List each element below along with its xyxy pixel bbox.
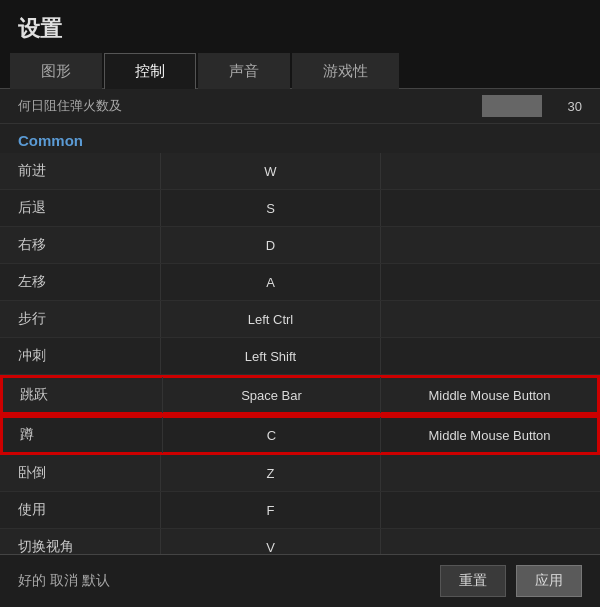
key-slot-primary[interactable]: S: [160, 190, 380, 226]
content-area: 何日阻住弹火数及 30 Common 前进W后退S右移D左移A步行Left Ct…: [0, 89, 600, 554]
tab-controls[interactable]: 控制: [104, 53, 196, 89]
reset-button[interactable]: 重置: [440, 565, 506, 597]
keybind-row[interactable]: 左移A: [0, 264, 600, 301]
scroll-area[interactable]: 何日阻住弹火数及 30 Common 前进W后退S右移D左移A步行Left Ct…: [0, 89, 600, 554]
keybind-row[interactable]: 跳跃Space BarMiddle Mouse Button: [0, 375, 600, 415]
tab-graphics[interactable]: 图形: [10, 53, 102, 89]
settings-window: 设置 图形 控制 声音 游戏性 何日阻住弹火数及 30 Common 前进W后退…: [0, 0, 600, 607]
action-name: 后退: [0, 199, 160, 217]
action-name: 右移: [0, 236, 160, 254]
action-name: 使用: [0, 501, 160, 519]
key-slot-primary[interactable]: W: [160, 153, 380, 189]
section-common-header: Common: [0, 124, 600, 153]
tab-gameplay[interactable]: 游戏性: [292, 53, 399, 89]
key-slot-secondary[interactable]: [380, 455, 600, 491]
action-name: 切换视角: [0, 538, 160, 554]
key-slot-primary[interactable]: A: [160, 264, 380, 300]
keybind-row[interactable]: 使用F: [0, 492, 600, 529]
keybind-list: 前进W后退S右移D左移A步行Left Ctrl冲刺Left Shift跳跃Spa…: [0, 153, 600, 554]
action-name: 卧倒: [0, 464, 160, 482]
key-slot-primary[interactable]: V: [160, 529, 380, 554]
action-name: 跳跃: [2, 386, 162, 404]
tab-bar: 图形 控制 声音 游戏性: [0, 52, 600, 89]
key-slot-secondary[interactable]: [380, 338, 600, 374]
keybind-row[interactable]: 前进W: [0, 153, 600, 190]
key-slot-secondary[interactable]: [380, 264, 600, 300]
key-slot-primary[interactable]: C: [162, 417, 380, 453]
keybind-row[interactable]: 右移D: [0, 227, 600, 264]
key-slot-secondary[interactable]: [380, 153, 600, 189]
key-slot-secondary[interactable]: [380, 227, 600, 263]
key-slot-secondary[interactable]: Middle Mouse Button: [380, 377, 598, 413]
keybind-row[interactable]: 冲刺Left Shift: [0, 338, 600, 375]
action-name: 冲刺: [0, 347, 160, 365]
top-setting-label: 何日阻住弹火数及: [18, 97, 482, 115]
footer-left-text: 好的 取消 默认: [18, 572, 110, 590]
tab-audio[interactable]: 声音: [198, 53, 290, 89]
action-name: 蹲: [2, 426, 162, 444]
apply-button[interactable]: 应用: [516, 565, 582, 597]
key-slot-primary[interactable]: Left Ctrl: [160, 301, 380, 337]
keybind-row[interactable]: 切换视角V: [0, 529, 600, 554]
key-slot-primary[interactable]: Space Bar: [162, 377, 380, 413]
keybind-row[interactable]: 后退S: [0, 190, 600, 227]
key-slot-primary[interactable]: Z: [160, 455, 380, 491]
page-title: 设置: [18, 14, 582, 44]
keybind-row[interactable]: 步行Left Ctrl: [0, 301, 600, 338]
key-slot-secondary[interactable]: [380, 492, 600, 528]
key-slot-primary[interactable]: Left Shift: [160, 338, 380, 374]
top-setting-row: 何日阻住弹火数及 30: [0, 89, 600, 124]
top-setting-slider[interactable]: [482, 95, 542, 117]
key-slot-secondary[interactable]: [380, 190, 600, 226]
action-name: 步行: [0, 310, 160, 328]
key-slot-primary[interactable]: D: [160, 227, 380, 263]
action-name: 左移: [0, 273, 160, 291]
action-name: 前进: [0, 162, 160, 180]
footer: 好的 取消 默认 重置 应用: [0, 554, 600, 607]
footer-buttons: 重置 应用: [440, 565, 582, 597]
key-slot-primary[interactable]: F: [160, 492, 380, 528]
top-setting-value: 30: [546, 99, 582, 114]
keybind-row[interactable]: 卧倒Z: [0, 455, 600, 492]
key-slot-secondary[interactable]: [380, 529, 600, 554]
key-slot-secondary[interactable]: [380, 301, 600, 337]
keybind-row[interactable]: 蹲CMiddle Mouse Button: [0, 415, 600, 455]
title-bar: 设置: [0, 0, 600, 52]
key-slot-secondary[interactable]: Middle Mouse Button: [380, 417, 598, 453]
